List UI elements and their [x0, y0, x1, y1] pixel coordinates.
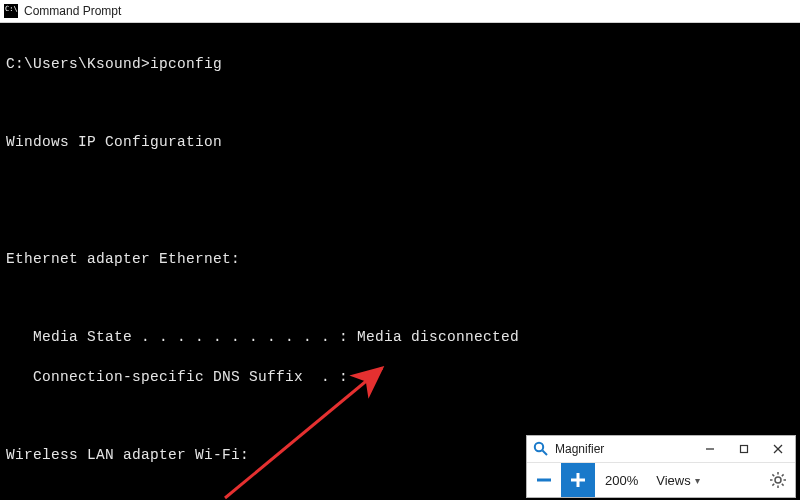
svg-line-18 — [772, 484, 774, 486]
svg-line-2 — [543, 451, 548, 456]
window-title: Command Prompt — [24, 4, 121, 18]
zoom-out-button[interactable] — [527, 463, 561, 497]
zoom-in-button[interactable] — [561, 463, 595, 497]
section-heading: Windows IP Configuration — [6, 133, 792, 153]
magnifier-title: Magnifier — [555, 442, 604, 456]
terminal-output[interactable]: C:\Users\Ksound>ipconfig Windows IP Conf… — [0, 23, 800, 500]
gear-icon — [769, 471, 787, 489]
titlebar[interactable]: Command Prompt — [0, 0, 800, 23]
minimize-icon — [705, 444, 715, 454]
svg-rect-9 — [571, 479, 585, 482]
views-dropdown[interactable]: Views ▾ — [648, 473, 707, 488]
svg-point-1 — [535, 443, 543, 451]
ethernet-header: Ethernet adapter Ethernet: — [6, 250, 792, 270]
magnifier-window: Magnifier 200% Views ▾ — [526, 435, 796, 498]
media-state-value: Media disconnected — [357, 329, 519, 345]
magnifier-icon — [533, 441, 549, 457]
cmd-icon — [4, 4, 18, 18]
chevron-down-icon: ▾ — [695, 475, 700, 486]
typed-command: ipconfig — [150, 56, 222, 72]
svg-point-10 — [775, 477, 781, 483]
settings-button[interactable] — [761, 463, 795, 497]
svg-line-17 — [782, 474, 784, 476]
svg-rect-7 — [537, 479, 551, 482]
svg-line-16 — [782, 484, 784, 486]
minimize-button[interactable] — [693, 436, 727, 462]
close-button[interactable] — [761, 436, 795, 462]
magnifier-toolbar: 200% Views ▾ — [527, 463, 795, 497]
media-state-label: Media State . . . . . . . . . . . : — [6, 329, 357, 345]
eth-dns-suffix: Connection-specific DNS Suffix . : — [6, 368, 792, 388]
svg-rect-4 — [741, 446, 748, 453]
close-icon — [773, 444, 783, 454]
svg-line-15 — [772, 474, 774, 476]
zoom-level: 200% — [595, 473, 648, 488]
maximize-button[interactable] — [727, 436, 761, 462]
minus-icon — [534, 470, 554, 490]
views-label: Views — [656, 473, 690, 488]
command-prompt-window: Command Prompt C:\Users\Ksound>ipconfig … — [0, 0, 800, 500]
maximize-icon — [739, 444, 749, 454]
magnifier-titlebar[interactable]: Magnifier — [527, 436, 795, 463]
plus-icon — [568, 470, 588, 490]
prompt-path: C:\Users\Ksound> — [6, 56, 150, 72]
